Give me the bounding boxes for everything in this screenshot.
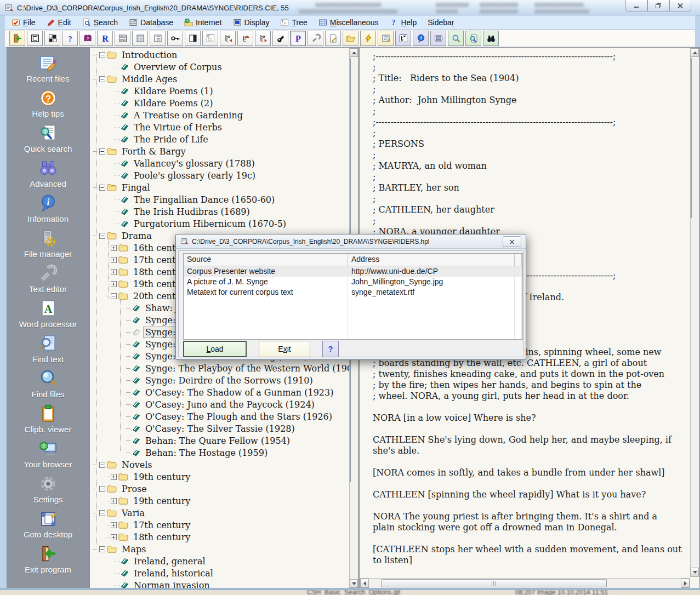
tree-item[interactable]: Vallancey's glossary (1788) bbox=[90, 157, 349, 169]
scroll-down-icon[interactable] bbox=[691, 568, 699, 576]
text-vscrollbar[interactable] bbox=[690, 48, 699, 577]
binoculars-button[interactable] bbox=[483, 31, 499, 46]
tree-item[interactable]: Ireland, general bbox=[90, 555, 349, 567]
sidebar-item-quick-search[interactable]: Quick search bbox=[7, 121, 89, 156]
open-folder-button[interactable] bbox=[343, 31, 358, 46]
collapse-icon[interactable] bbox=[99, 486, 105, 492]
clamp-button[interactable] bbox=[272, 31, 288, 46]
doc-magnifier-button[interactable] bbox=[465, 31, 481, 46]
tree-item[interactable]: Poole's glossary (early 19c) bbox=[90, 169, 349, 181]
sidebar-item-clipb-viewer[interactable]: Clipb. viewer bbox=[7, 401, 89, 436]
tree-arrow-up-button[interactable] bbox=[237, 31, 253, 46]
collapse-icon[interactable] bbox=[99, 185, 105, 191]
close-button[interactable] bbox=[669, 0, 691, 12]
expand-icon[interactable] bbox=[111, 245, 117, 251]
menu-item-database[interactable]: Database bbox=[124, 17, 178, 28]
tree-item[interactable]: A Treatise on Gardening bbox=[90, 109, 349, 121]
tile-windows-button[interactable] bbox=[44, 31, 60, 46]
collapse-icon[interactable] bbox=[111, 293, 117, 299]
sidebar-item-find-files[interactable]: Find files bbox=[7, 366, 89, 401]
table-row[interactable]: Corpus Presenter websitehttp://www.uni-d… bbox=[184, 266, 522, 277]
tree-view-button[interactable] bbox=[202, 31, 218, 46]
wrench-button[interactable] bbox=[308, 31, 323, 46]
tree-item[interactable]: Purgatorium Hibernicum (1670-5) bbox=[90, 218, 349, 230]
tree-item[interactable]: The Fingallian Dance (1650-60) bbox=[90, 193, 349, 205]
sidebar-item-information[interactable]: iInformation bbox=[7, 191, 89, 226]
sidebar-item-recent-files[interactable]: Recent files bbox=[7, 50, 89, 85]
sidebar-item-settings[interactable]: Settings bbox=[7, 471, 89, 506]
tree-item[interactable]: Maps bbox=[90, 543, 349, 555]
menu-item-search[interactable]: Search bbox=[78, 17, 122, 28]
minimize-button[interactable] bbox=[625, 0, 647, 12]
scroll-up-icon[interactable] bbox=[691, 48, 699, 57]
dialog-close-button[interactable] bbox=[503, 236, 521, 247]
tree-item[interactable]: Ireland, historical bbox=[90, 567, 349, 579]
expand-icon[interactable] bbox=[111, 474, 117, 480]
key-button[interactable] bbox=[167, 31, 183, 46]
load-button[interactable]: Load bbox=[183, 341, 247, 357]
info-button[interactable]: i bbox=[413, 31, 429, 46]
notes-button[interactable] bbox=[378, 31, 394, 46]
scroll-left-icon[interactable] bbox=[360, 579, 369, 588]
tree-item[interactable]: Novels bbox=[90, 459, 349, 471]
help-button[interactable]: ? bbox=[62, 31, 78, 46]
menu-item-tree[interactable]: Tree bbox=[276, 17, 311, 28]
p-marker-button[interactable]: P bbox=[290, 31, 306, 46]
restore-button[interactable] bbox=[647, 0, 669, 12]
menu-item-display[interactable]: Display bbox=[229, 17, 274, 28]
sidebar-item-help-tips[interactable]: ?Help tips bbox=[7, 85, 89, 121]
console-button[interactable] bbox=[430, 31, 446, 46]
tree-item[interactable]: O'Casey: The Shadow of a Gunman (1923) bbox=[90, 386, 349, 398]
menu-item-help[interactable]: ?Help bbox=[385, 17, 421, 28]
tree-arrow-right-button[interactable] bbox=[255, 31, 271, 46]
tree-item[interactable]: 19th century bbox=[90, 471, 349, 483]
tree-item[interactable]: The Pride of Life bbox=[90, 133, 349, 145]
expand-icon[interactable] bbox=[111, 269, 117, 275]
table-button[interactable] bbox=[132, 31, 148, 46]
collapse-icon[interactable] bbox=[99, 510, 105, 516]
tree-item[interactable]: Middle Ages bbox=[90, 73, 349, 85]
help-book-button[interactable]: ? bbox=[79, 31, 95, 46]
collapse-icon[interactable] bbox=[99, 148, 105, 155]
tree-item[interactable]: O'Casey: The Silver Tassie (1928) bbox=[90, 422, 349, 434]
menu-item-internet[interactable]: Internet bbox=[180, 17, 226, 28]
tree-item[interactable]: Synge: Deirdre of the Sorrows (1910) bbox=[90, 374, 349, 386]
tree-item[interactable]: O'Casey: Juno and the Paycock (1924) bbox=[90, 398, 349, 410]
expand-icon[interactable] bbox=[111, 534, 117, 540]
expand-icon[interactable] bbox=[111, 257, 117, 263]
edit-doc-button[interactable] bbox=[325, 31, 341, 46]
sidebar-item-find-text[interactable]: Find text bbox=[7, 331, 89, 366]
collapse-icon[interactable] bbox=[99, 546, 105, 552]
text-hscroll-thumb[interactable] bbox=[381, 579, 607, 587]
menu-item-sidebar[interactable]: Sidebar bbox=[423, 17, 458, 28]
tree-item[interactable]: Synge: The Playboy of the Western World … bbox=[90, 362, 349, 374]
tree-item[interactable]: Behan: The Hostage (1959) bbox=[90, 447, 349, 459]
columns-button[interactable] bbox=[185, 31, 201, 46]
tree-item[interactable]: The Virtue of Herbs bbox=[90, 121, 349, 133]
tree-item[interactable]: Varia bbox=[90, 507, 349, 519]
magnifier-button[interactable] bbox=[448, 31, 464, 46]
column-header-address[interactable]: Address bbox=[348, 254, 515, 266]
menu-item-edit[interactable]: Edit bbox=[42, 17, 76, 28]
tree-item[interactable]: 17th century bbox=[90, 519, 349, 531]
scroll-right-icon[interactable] bbox=[681, 579, 690, 588]
expand-icon[interactable] bbox=[111, 522, 117, 528]
tree-item[interactable]: Kildare Poems (1) bbox=[90, 85, 349, 97]
tree-item[interactable]: Introduction bbox=[90, 49, 349, 61]
tree-small-button[interactable] bbox=[395, 31, 411, 46]
window-frame-button[interactable] bbox=[27, 31, 43, 46]
sidebar-item-goto-desktop[interactable]: Goto desktop bbox=[7, 506, 89, 541]
expand-icon[interactable] bbox=[111, 281, 117, 287]
tree-item[interactable]: 18th century bbox=[90, 531, 349, 543]
sidebar-item-exit-program[interactable]: Exit program bbox=[7, 541, 89, 576]
tree-item[interactable]: Prose bbox=[90, 483, 349, 495]
tree-item[interactable]: Behan: The Quare Fellow (1954) bbox=[90, 434, 349, 447]
collapse-icon[interactable] bbox=[99, 233, 105, 239]
sidebar-item-text-editor[interactable]: Text editor bbox=[7, 261, 89, 296]
sidebar-item-file-manager[interactable]: File manager bbox=[7, 226, 89, 261]
tree-arrow-left-button[interactable] bbox=[220, 31, 236, 46]
menu-item-file[interactable]: File bbox=[7, 17, 40, 28]
scroll-up-icon[interactable] bbox=[350, 48, 358, 57]
text-hscrollbar[interactable] bbox=[360, 578, 690, 588]
tree-item[interactable]: Overview of Corpus bbox=[90, 61, 349, 73]
